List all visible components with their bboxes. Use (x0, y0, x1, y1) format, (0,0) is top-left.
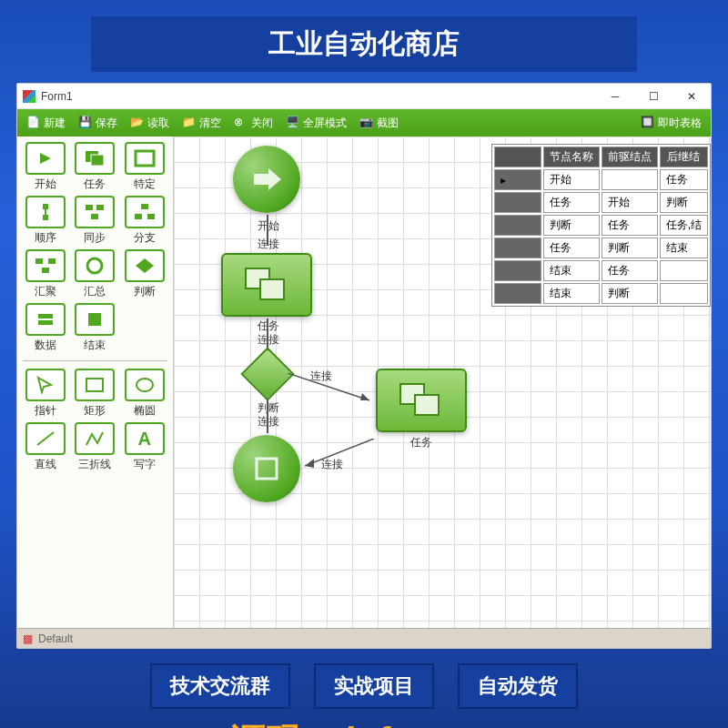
clear-icon: 📁 (182, 116, 197, 130)
toolbar-new[interactable]: 📄新建 (21, 114, 71, 133)
new-icon: 📄 (26, 116, 41, 130)
close-button[interactable]: ✕ (672, 84, 711, 109)
badge-row: 技术交流群 实战项目 自动发货 (0, 663, 728, 709)
statusbar: ▩ Default (17, 628, 711, 648)
palette-branch[interactable]: 分支 (122, 196, 167, 246)
svg-rect-4 (43, 204, 48, 209)
palette-start[interactable]: 开始 (23, 142, 68, 192)
node-start-label: 开始 (258, 218, 279, 234)
connector-label: 连接 (321, 457, 343, 472)
svg-rect-2 (91, 155, 104, 166)
palette-specific[interactable]: 特定 (122, 142, 167, 192)
connector-label: 连接 (258, 237, 279, 252)
svg-rect-11 (135, 214, 142, 219)
svg-rect-18 (38, 314, 53, 318)
flowchart-canvas[interactable]: 开始 连接 任务 连接 判断 连接 连接 任务 (174, 136, 711, 628)
close-icon: ⊗ (234, 116, 248, 130)
status-icon: ▩ (23, 632, 33, 645)
table-row[interactable]: 结束任务 (494, 260, 708, 281)
footer-title: C#源码 Winform+GDI (0, 716, 728, 728)
svg-marker-28 (360, 393, 369, 400)
svg-rect-9 (91, 214, 98, 219)
node-decision[interactable] (248, 355, 287, 393)
svg-marker-0 (40, 153, 51, 164)
palette-decision[interactable]: 判断 (122, 249, 167, 299)
app-icon (23, 90, 35, 103)
maximize-button[interactable]: ☐ (634, 84, 672, 109)
palette-polyline[interactable]: 三折线 (72, 422, 117, 472)
table-row[interactable]: 任务判断结束 (494, 238, 708, 258)
status-tab[interactable]: Default (38, 632, 73, 645)
table-row[interactable]: 结束判断 (494, 283, 708, 304)
palette-ellipse[interactable]: 椭圆 (122, 369, 167, 419)
node-task-2[interactable] (376, 369, 467, 432)
palette-separator (23, 360, 167, 361)
svg-rect-5 (43, 215, 48, 220)
palette-end[interactable]: 结束 (72, 303, 117, 353)
connector-label: 连接 (258, 414, 279, 430)
palette-data[interactable]: 数据 (23, 303, 68, 353)
svg-rect-26 (260, 279, 284, 299)
screenshot-icon: 📷 (359, 116, 374, 130)
titlebar: Form1 ─ ☐ ✕ (17, 84, 711, 109)
table-row[interactable]: 判断任务任务,结 (494, 215, 708, 236)
toolbar-load[interactable]: 📂读取 (125, 114, 175, 133)
svg-marker-32 (305, 459, 314, 468)
toolbar-realtime-grid[interactable]: 🔲即时表格 (635, 114, 707, 133)
table-row[interactable]: 任务开始判断 (494, 192, 708, 213)
fullscreen-icon: 🖥️ (286, 116, 300, 130)
svg-rect-10 (141, 204, 148, 209)
palette-sync[interactable]: 同步 (72, 196, 117, 246)
svg-rect-8 (96, 205, 104, 210)
badge-group: 技术交流群 (150, 663, 290, 709)
connector (267, 399, 268, 433)
main-toolbar: 📄新建 💾保存 📂读取 📁清空 ⊗关闭 🖥️全屏模式 📷截图 🔲即时表格 (17, 109, 711, 136)
palette-group-nodes: 开始 任务 特定 顺序 同步 分支 汇聚 汇总 判断 数据 结束 (23, 142, 167, 353)
svg-rect-19 (38, 320, 53, 325)
node-task-2-label: 任务 (410, 435, 432, 450)
svg-rect-15 (42, 268, 49, 273)
table-row[interactable]: ▸开始任务 (494, 169, 708, 190)
palette-group-shapes: 指针 矩形 椭圆 直线 三折线 A写字 (23, 369, 167, 472)
node-table[interactable]: 节点名称前驱结点后继结 ▸开始任务 任务开始判断 判断任务任务,结 任务判断结束… (491, 144, 711, 307)
palette-line[interactable]: 直线 (23, 422, 68, 472)
toolbar-close[interactable]: ⊗关闭 (228, 114, 278, 133)
svg-rect-14 (48, 258, 56, 264)
connector-label: 连接 (310, 369, 332, 384)
badge-project: 实战项目 (314, 663, 434, 709)
badge-delivery: 自动发货 (458, 663, 578, 709)
svg-rect-7 (86, 205, 93, 210)
palette-sequence[interactable]: 顺序 (23, 196, 68, 246)
svg-marker-21 (38, 378, 51, 392)
node-start[interactable] (233, 146, 300, 213)
palette-pointer[interactable]: 指针 (23, 369, 68, 419)
app-window: Form1 ─ ☐ ✕ 📄新建 💾保存 📂读取 📁清空 ⊗关闭 🖥️全屏模式 📷… (16, 83, 712, 649)
tool-palette: 开始 任务 特定 顺序 同步 分支 汇聚 汇总 判断 数据 结束 指针 矩形 椭… (17, 136, 174, 628)
svg-rect-12 (147, 214, 155, 219)
minimize-button[interactable]: ─ (596, 84, 634, 109)
svg-marker-17 (136, 258, 154, 273)
grid-icon: 🔲 (641, 116, 655, 130)
banner-title: 工业自动化商店 (91, 16, 637, 72)
save-icon: 💾 (78, 116, 93, 130)
palette-rect[interactable]: 矩形 (72, 369, 117, 419)
svg-point-23 (136, 379, 153, 391)
toolbar-clear[interactable]: 📁清空 (177, 114, 227, 133)
svg-point-16 (87, 258, 102, 273)
svg-rect-33 (257, 459, 277, 479)
svg-rect-30 (415, 395, 439, 415)
palette-text[interactable]: A写字 (122, 422, 167, 472)
node-task-1[interactable] (221, 253, 312, 317)
connector-label: 连接 (258, 332, 279, 348)
toolbar-screenshot[interactable]: 📷截图 (354, 114, 404, 133)
node-end[interactable] (233, 435, 300, 502)
window-title: Form1 (41, 90, 596, 103)
toolbar-save[interactable]: 💾保存 (73, 114, 123, 133)
connector (288, 373, 379, 410)
svg-line-24 (37, 432, 54, 445)
palette-task[interactable]: 任务 (72, 142, 117, 192)
palette-converge[interactable]: 汇聚 (23, 249, 68, 299)
toolbar-fullscreen[interactable]: 🖥️全屏模式 (280, 114, 352, 133)
palette-summary[interactable]: 汇总 (72, 249, 117, 299)
svg-rect-3 (136, 151, 154, 166)
